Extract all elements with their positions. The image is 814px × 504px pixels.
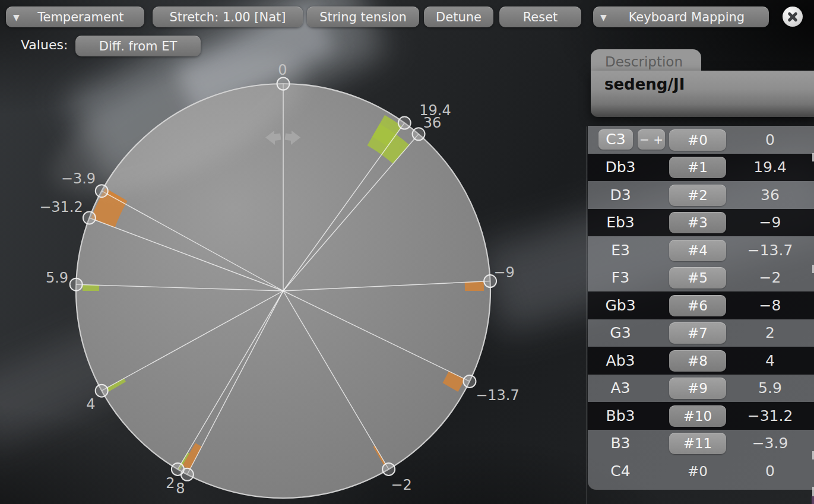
table-row[interactable]: F3#5−2 — [588, 264, 814, 292]
note-cell: F3 — [588, 264, 665, 292]
tuning-table: C3− +#00Db3#119.4D3#236Eb3#3−9E3#4−13.7F… — [588, 126, 814, 490]
note-cell: A3 — [588, 375, 665, 402]
note-cell: Ab3 — [588, 347, 665, 375]
table-row[interactable]: Ab3#84 — [588, 347, 814, 375]
wheel-handle-G[interactable] — [172, 463, 184, 476]
wheel-value-label-Bb: −31.2 — [39, 199, 83, 215]
chevron-down-icon: ▼ — [600, 12, 607, 22]
table-row[interactable]: E3#4−13.7 — [588, 236, 814, 264]
temperament-menu-button[interactable]: ▼ Temperament — [6, 7, 144, 27]
deviation-value: 19.4 — [734, 154, 806, 182]
note-label: C4 — [588, 462, 653, 480]
deviation-value: −8 — [734, 291, 806, 319]
note-button[interactable]: C3 — [598, 129, 633, 150]
temperament-menu-label: Temperament — [24, 10, 137, 24]
wheel-value-label-B: −3.9 — [61, 170, 96, 187]
degree-button[interactable]: #1 — [669, 157, 726, 178]
deviation-value: −9 — [734, 209, 806, 237]
wheel-value-label-E: −13.7 — [476, 387, 520, 404]
octave-stepper[interactable]: − + — [638, 129, 665, 150]
wheel-handle-Ab[interactable] — [96, 385, 108, 397]
deviation-value: 0 — [734, 457, 806, 485]
reset-button[interactable]: Reset — [499, 7, 581, 27]
note-label: B3 — [588, 435, 653, 452]
detune-button[interactable]: Detune — [424, 7, 493, 27]
detune-label: Detune — [431, 10, 486, 24]
edge-mark-purple — [812, 496, 814, 504]
table-row[interactable]: Eb3#3−9 — [588, 209, 814, 237]
table-row[interactable]: Gb3#6−8 — [588, 291, 814, 319]
note-cell: D3 — [588, 181, 665, 209]
keyboard-mapping-label: Keyboard Mapping — [612, 10, 762, 24]
table-row[interactable]: G3#72 — [588, 319, 814, 347]
wheel-handle-C[interactable] — [277, 78, 290, 90]
deviation-value: 5.9 — [734, 375, 806, 402]
temperament-name: sedeng/JI — [604, 75, 814, 93]
note-label: E3 — [588, 242, 653, 259]
table-row[interactable]: C3− +#00 — [588, 126, 814, 154]
note-label: D3 — [588, 186, 653, 204]
values-mode-button[interactable]: Diff. from ET — [75, 36, 201, 56]
table-row[interactable]: Bb3#10−31.2 — [588, 402, 814, 430]
deviation-value: 0 — [734, 126, 806, 154]
wheel-value-label-F: −2 — [391, 477, 411, 493]
degree-button[interactable]: #6 — [669, 295, 726, 316]
note-cell: C4 — [588, 457, 665, 485]
note-cell: C3− + — [588, 126, 665, 154]
description-tab-label: Description — [605, 54, 701, 69]
degree-button: #0 — [669, 461, 726, 482]
degree-button[interactable]: #3 — [669, 212, 726, 233]
wheel-value-label-G: 2 — [166, 475, 175, 492]
table-row[interactable]: Db3#119.4 — [588, 154, 814, 182]
values-label: Values: — [21, 37, 68, 52]
deviation-value: 36 — [734, 181, 806, 209]
note-label: Gb3 — [588, 297, 653, 314]
table-row[interactable]: D3#236 — [588, 181, 814, 209]
close-button[interactable] — [783, 7, 803, 27]
string-tension-label: String tension — [314, 10, 412, 24]
note-label: Bb3 — [588, 407, 653, 424]
note-label: A3 — [588, 379, 653, 397]
degree-button[interactable]: #9 — [669, 378, 726, 399]
deviation-value: −3.9 — [734, 430, 806, 458]
string-tension-button[interactable]: String tension — [307, 7, 419, 27]
deviation-wedge-A — [83, 285, 99, 291]
keyboard-mapping-menu-button[interactable]: ▼ Keyboard Mapping — [593, 7, 769, 27]
deviation-value: −13.7 — [734, 236, 806, 264]
note-label: Ab3 — [588, 352, 653, 369]
wheel-handle-Bb[interactable] — [83, 211, 96, 224]
degree-button[interactable]: #11 — [669, 433, 726, 454]
wheel-handle-F[interactable] — [382, 463, 395, 476]
degree-button[interactable]: #7 — [669, 322, 726, 344]
table-row[interactable]: C4#00 — [588, 457, 814, 485]
panel-edge-line — [587, 126, 587, 504]
table-row[interactable]: A3#95.9 — [588, 375, 814, 402]
degree-button[interactable]: #2 — [669, 185, 726, 206]
deviation-value: 2 — [734, 319, 806, 347]
deviation-value: −31.2 — [734, 402, 806, 430]
values-mode-label: Diff. from ET — [83, 39, 194, 53]
degree-button[interactable]: #4 — [669, 240, 726, 261]
degree-button[interactable]: #10 — [669, 405, 726, 427]
wheel-value-label-Ab: 4 — [86, 396, 95, 413]
stretch-button[interactable]: Stretch: 1.00 [Nat] — [153, 7, 303, 27]
wheel-value-label-D: 36 — [423, 115, 442, 131]
note-label: F3 — [588, 269, 653, 286]
note-cell: Eb3 — [588, 209, 665, 237]
wheel-value-label-Eb: −9 — [493, 264, 514, 281]
degree-button[interactable]: #5 — [669, 267, 726, 289]
degree-button[interactable]: #8 — [669, 350, 726, 372]
wheel-handle-E[interactable] — [463, 375, 476, 388]
wheel-handle-B[interactable] — [96, 185, 108, 197]
chevron-down-icon: ▼ — [13, 12, 20, 22]
wheel-value-label-A: 5.9 — [46, 270, 68, 286]
wheel-handle-A[interactable] — [70, 278, 83, 291]
deviation-value: 4 — [734, 347, 806, 375]
note-cell: G3 — [588, 319, 665, 347]
note-label: Db3 — [588, 159, 653, 176]
note-cell: Gb3 — [588, 291, 665, 319]
degree-button[interactable]: #0 — [669, 129, 726, 151]
wheel-handle-Db[interactable] — [398, 117, 411, 129]
table-row[interactable]: B3#11−3.9 — [588, 430, 814, 458]
reset-label: Reset — [506, 10, 574, 24]
